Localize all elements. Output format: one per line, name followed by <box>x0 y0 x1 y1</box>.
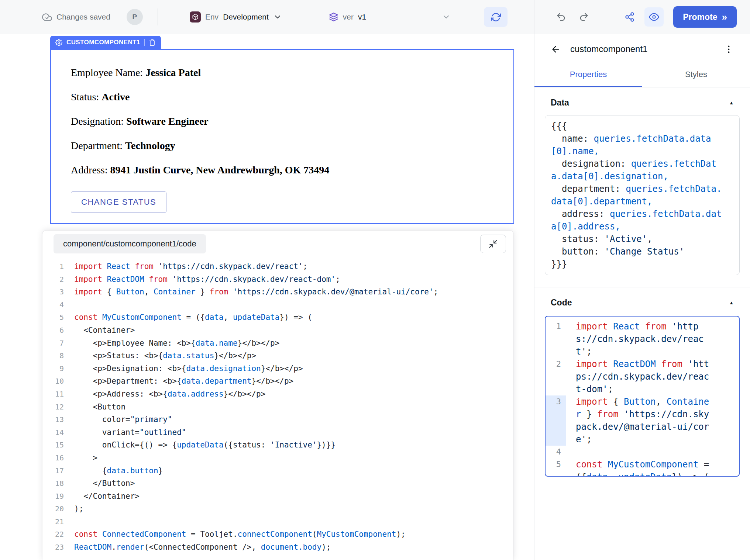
redo-button[interactable] <box>579 12 589 22</box>
env-label: Env <box>205 13 219 21</box>
code-line: 9 <p>Designation: <b>{data.designation}<… <box>42 362 513 375</box>
editor-column: Changes saved P Env Development ver <box>0 0 534 560</box>
double-chevron-icon: » <box>722 12 727 22</box>
code-line: 8 <p>Status: <b>{data.status}</b></p> <box>42 349 513 362</box>
code-line: 17 {data.button} <box>42 464 513 477</box>
promote-label: Promote <box>683 12 717 22</box>
env-icon <box>190 11 201 23</box>
tab-properties[interactable]: Properties <box>534 64 642 87</box>
preview-button[interactable] <box>644 7 664 27</box>
tab-styles[interactable]: Styles <box>642 64 750 87</box>
code-section-title: Code <box>551 298 572 308</box>
code-line: 22const ConnectedComponent = Tooljet.con… <box>42 528 513 541</box>
gear-icon[interactable] <box>55 39 62 46</box>
component-text-line: Employee Name: Jessica Patel <box>71 67 493 79</box>
environment-selector[interactable]: Env Development <box>190 11 282 23</box>
inspector-title: customcomponent1 <box>570 44 647 54</box>
code-editor-body[interactable]: 1import React from 'https://cdn.skypack.… <box>42 255 513 554</box>
kebab-menu-icon[interactable] <box>724 44 734 54</box>
chevron-down-icon <box>442 13 451 21</box>
code-line: 12 <Button <box>42 401 513 414</box>
divider <box>297 8 297 25</box>
chevron-down-icon <box>273 13 282 21</box>
collapse-editor-button[interactable] <box>480 235 506 253</box>
code-line: 15 onClick={() => {updateData({status: '… <box>42 439 513 452</box>
code-line: 4 <box>42 298 513 311</box>
code-line: 6 <Container> <box>42 324 513 337</box>
code-line: 13 color="primary" <box>42 413 513 426</box>
inspector-column: Promote » customcomponent1 Properties St… <box>534 0 750 560</box>
back-button[interactable] <box>551 44 561 54</box>
code-mini-editor[interactable]: 1import React from 'https://cdn.skypack.… <box>545 316 740 477</box>
version-selector[interactable]: ver v1 <box>329 12 451 22</box>
collapse-arrows-icon <box>488 239 498 249</box>
code-line: 16 > <box>42 452 513 464</box>
data-section: Data ▲ {{{ name: queries.fetchData.data[… <box>534 87 750 275</box>
code-line: 23ReactDOM.render(<ConnectedComponent />… <box>42 541 513 554</box>
app-window: Changes saved P Env Development ver <box>0 0 750 560</box>
component-text-line: Designation: Software Engineer <box>71 115 493 127</box>
env-value: Development <box>223 13 269 21</box>
data-code-line: name: queries.fetchData.data <box>551 132 733 145</box>
code-line: 10 <p>Department: <b>{data.department}</… <box>42 375 513 388</box>
promote-button[interactable]: Promote » <box>673 6 737 28</box>
data-code-line: status: 'Active', <box>551 233 733 245</box>
component-text-line: Department: Technology <box>71 140 493 152</box>
data-code-line: {{{ <box>551 120 733 132</box>
inspector-tabs: Properties Styles <box>534 64 750 87</box>
undo-button[interactable] <box>556 12 566 22</box>
component-fields: Employee Name: Jessica PatelStatus: Acti… <box>71 67 493 176</box>
release-actions: Promote » <box>625 6 737 28</box>
component-text-line: Address: 8941 Justin Curve, New Andrewbu… <box>71 164 493 176</box>
mini-code-line: 3import { Button, Container } from 'http… <box>546 395 739 446</box>
data-code-line: designation: queries.fetchDat <box>551 158 733 170</box>
collapse-triangle-icon[interactable]: ▲ <box>729 100 734 106</box>
code-line: 1import React from 'https://cdn.skypack.… <box>42 260 513 273</box>
cloud-check-icon <box>42 12 52 22</box>
code-line: 7 <p>Employee Name: <b>{data.name}</b></… <box>42 337 513 350</box>
data-code-line: a.data[0].designation, <box>551 170 733 183</box>
data-code-line: address: queries.fetchData.dat <box>551 208 733 220</box>
code-line: 3import { Button, Container } from 'http… <box>42 286 513 298</box>
code-path-breadcrumb: component/customcomponent1/code <box>54 234 206 253</box>
code-line: 11 <p>Address: <b>{data.address}</b></p> <box>42 388 513 401</box>
eye-icon <box>649 12 659 22</box>
mini-code-line: 2import ReactDOM from 'https://cdn.skypa… <box>546 358 739 395</box>
data-section-title: Data <box>551 98 569 108</box>
code-line: 14 variant="outlined" <box>42 426 513 439</box>
data-code-line: data[0].department, <box>551 195 733 208</box>
changes-saved-label: Changes saved <box>56 13 110 21</box>
code-line: 20); <box>42 502 513 515</box>
data-code-input[interactable]: {{{ name: queries.fetchData.data[0].name… <box>545 115 740 275</box>
code-line: 2import ReactDOM from 'https://cdn.skypa… <box>42 273 513 286</box>
code-line: 21 <box>42 515 513 528</box>
topbar-actions: Promote » <box>534 0 750 34</box>
data-code-line: [0].name, <box>551 145 733 158</box>
undo-redo-group <box>556 12 589 22</box>
trash-icon[interactable] <box>149 39 156 46</box>
component-text-line: Status: Active <box>71 91 493 103</box>
code-line: 18 </Button> <box>42 477 513 490</box>
component-tag-label: CUSTOMCOMPONENT1 <box>66 39 140 46</box>
topbar: Changes saved P Env Development ver <box>0 0 534 34</box>
code-section: Code ▲ 1import React from 'https://cdn.s… <box>534 287 750 477</box>
data-code-line: }}} <box>551 258 733 270</box>
divider <box>144 39 145 46</box>
divider <box>158 8 158 25</box>
app-canvas[interactable]: CUSTOMCOMPONENT1 Employee Name: Jessica … <box>0 34 534 560</box>
sync-button[interactable] <box>484 7 508 27</box>
ver-label: ver <box>343 13 354 21</box>
custom-component-widget[interactable]: Employee Name: Jessica PatelStatus: Acti… <box>50 49 514 224</box>
code-editor-header: component/customcomponent1/code <box>42 231 513 255</box>
mini-code-line: 4 <box>546 446 739 458</box>
change-status-button[interactable]: CHANGE STATUS <box>71 191 166 213</box>
code-line: 19 </Container> <box>42 490 513 503</box>
component-tag[interactable]: CUSTOMCOMPONENT1 <box>50 36 161 49</box>
inspector-header: customcomponent1 <box>534 34 750 64</box>
avatar[interactable]: P <box>127 9 143 25</box>
share-button[interactable] <box>625 12 635 22</box>
code-line: 5const MyCustomComponent = ({data, updat… <box>42 311 513 324</box>
data-code-line: button: 'Change Status' <box>551 245 733 258</box>
code-editor-panel: component/customcomponent1/code 1import … <box>42 231 513 560</box>
collapse-triangle-icon[interactable]: ▲ <box>729 300 734 305</box>
